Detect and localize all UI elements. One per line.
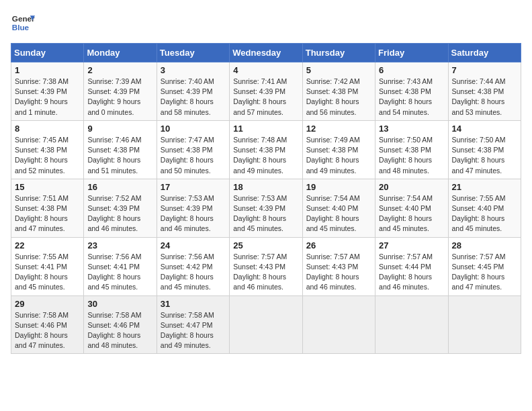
day-info: Sunrise: 7:55 AM Sunset: 4:40 PM Dayligh…: [452, 193, 517, 234]
day-number: 21: [452, 182, 517, 192]
calendar-cell: 1Sunrise: 7:38 AM Sunset: 4:39 PM Daylig…: [11, 62, 84, 121]
day-number: 8: [15, 124, 80, 134]
day-number: 25: [233, 240, 298, 250]
page-header: General Blue: [11, 11, 521, 35]
svg-text:Blue: Blue: [12, 23, 30, 32]
calendar-cell: 26Sunrise: 7:57 AM Sunset: 4:43 PM Dayli…: [302, 237, 375, 295]
day-number: 16: [87, 182, 152, 192]
day-number: 2: [87, 65, 152, 75]
day-number: 10: [161, 124, 226, 134]
calendar-cell: 21Sunrise: 7:55 AM Sunset: 4:40 PM Dayli…: [448, 179, 521, 237]
day-number: 4: [233, 65, 298, 75]
calendar-week-row: 8Sunrise: 7:45 AM Sunset: 4:38 PM Daylig…: [11, 120, 521, 179]
day-number: 5: [306, 65, 371, 75]
logo-icon: General Blue: [11, 11, 35, 35]
day-info: Sunrise: 7:45 AM Sunset: 4:38 PM Dayligh…: [15, 135, 80, 176]
day-number: 1: [15, 65, 80, 75]
day-number: 20: [379, 182, 444, 192]
calendar-cell: 29Sunrise: 7:58 AM Sunset: 4:46 PM Dayli…: [11, 295, 84, 354]
day-number: 9: [87, 124, 152, 134]
day-info: Sunrise: 7:53 AM Sunset: 4:39 PM Dayligh…: [161, 193, 226, 234]
day-info: Sunrise: 7:39 AM Sunset: 4:39 PM Dayligh…: [87, 77, 152, 118]
calendar-cell: 7Sunrise: 7:44 AM Sunset: 4:38 PM Daylig…: [448, 62, 521, 121]
day-info: Sunrise: 7:43 AM Sunset: 4:38 PM Dayligh…: [379, 77, 444, 118]
day-info: Sunrise: 7:57 AM Sunset: 4:44 PM Dayligh…: [379, 252, 444, 293]
day-info: Sunrise: 7:42 AM Sunset: 4:38 PM Dayligh…: [306, 77, 371, 118]
calendar-cell: 20Sunrise: 7:54 AM Sunset: 4:40 PM Dayli…: [375, 179, 448, 237]
calendar-week-row: 15Sunrise: 7:51 AM Sunset: 4:38 PM Dayli…: [11, 179, 521, 237]
day-info: Sunrise: 7:47 AM Sunset: 4:38 PM Dayligh…: [161, 135, 226, 176]
day-info: Sunrise: 7:53 AM Sunset: 4:39 PM Dayligh…: [233, 193, 298, 234]
logo: General Blue: [11, 11, 35, 35]
day-number: 3: [161, 65, 226, 75]
day-info: Sunrise: 7:55 AM Sunset: 4:41 PM Dayligh…: [15, 252, 80, 293]
day-number: 28: [452, 240, 517, 250]
day-info: Sunrise: 7:49 AM Sunset: 4:38 PM Dayligh…: [306, 135, 371, 176]
calendar-table: SundayMondayTuesdayWednesdayThursdayFrid…: [11, 43, 521, 354]
day-info: Sunrise: 7:41 AM Sunset: 4:39 PM Dayligh…: [233, 77, 298, 118]
day-number: 7: [452, 65, 517, 75]
day-info: Sunrise: 7:57 AM Sunset: 4:45 PM Dayligh…: [452, 252, 517, 293]
day-info: Sunrise: 7:57 AM Sunset: 4:43 PM Dayligh…: [233, 252, 298, 293]
calendar-header: SundayMondayTuesdayWednesdayThursdayFrid…: [11, 44, 521, 62]
calendar-week-row: 1Sunrise: 7:38 AM Sunset: 4:39 PM Daylig…: [11, 62, 521, 121]
calendar-cell: 18Sunrise: 7:53 AM Sunset: 4:39 PM Dayli…: [230, 179, 302, 237]
day-number: 24: [161, 240, 226, 250]
calendar-cell: 23Sunrise: 7:56 AM Sunset: 4:41 PM Dayli…: [84, 237, 157, 295]
calendar-cell: 17Sunrise: 7:53 AM Sunset: 4:39 PM Dayli…: [157, 179, 229, 237]
calendar-cell: 31Sunrise: 7:58 AM Sunset: 4:47 PM Dayli…: [157, 295, 229, 354]
svg-text:General: General: [12, 14, 35, 23]
day-info: Sunrise: 7:44 AM Sunset: 4:38 PM Dayligh…: [452, 77, 517, 118]
calendar-cell: 10Sunrise: 7:47 AM Sunset: 4:38 PM Dayli…: [157, 120, 229, 179]
calendar-cell: 4Sunrise: 7:41 AM Sunset: 4:39 PM Daylig…: [230, 62, 302, 121]
day-number: 14: [452, 124, 517, 134]
day-number: 12: [306, 124, 371, 134]
calendar-cell: 11Sunrise: 7:48 AM Sunset: 4:38 PM Dayli…: [230, 120, 302, 179]
calendar-cell: 30Sunrise: 7:58 AM Sunset: 4:46 PM Dayli…: [84, 295, 157, 354]
day-info: Sunrise: 7:54 AM Sunset: 4:40 PM Dayligh…: [379, 193, 444, 234]
day-info: Sunrise: 7:51 AM Sunset: 4:38 PM Dayligh…: [15, 193, 80, 234]
calendar-cell: 24Sunrise: 7:56 AM Sunset: 4:42 PM Dayli…: [157, 237, 229, 295]
weekday-header-sunday: Sunday: [11, 44, 84, 62]
calendar-cell: [230, 295, 302, 354]
day-number: 29: [15, 299, 80, 309]
day-number: 6: [379, 65, 444, 75]
calendar-cell: 16Sunrise: 7:52 AM Sunset: 4:39 PM Dayli…: [84, 179, 157, 237]
day-info: Sunrise: 7:46 AM Sunset: 4:38 PM Dayligh…: [87, 135, 152, 176]
calendar-cell: 13Sunrise: 7:50 AM Sunset: 4:38 PM Dayli…: [375, 120, 448, 179]
calendar-cell: 12Sunrise: 7:49 AM Sunset: 4:38 PM Dayli…: [302, 120, 375, 179]
day-number: 11: [233, 124, 298, 134]
weekday-header-saturday: Saturday: [448, 44, 521, 62]
day-info: Sunrise: 7:58 AM Sunset: 4:46 PM Dayligh…: [87, 310, 152, 351]
day-number: 19: [306, 182, 371, 192]
day-info: Sunrise: 7:54 AM Sunset: 4:40 PM Dayligh…: [306, 193, 371, 234]
weekday-header-thursday: Thursday: [302, 44, 375, 62]
calendar-cell: 19Sunrise: 7:54 AM Sunset: 4:40 PM Dayli…: [302, 179, 375, 237]
day-number: 27: [379, 240, 444, 250]
day-info: Sunrise: 7:58 AM Sunset: 4:47 PM Dayligh…: [161, 310, 226, 351]
day-info: Sunrise: 7:38 AM Sunset: 4:39 PM Dayligh…: [15, 77, 80, 118]
calendar-cell: [375, 295, 448, 354]
calendar-cell: 14Sunrise: 7:50 AM Sunset: 4:38 PM Dayli…: [448, 120, 521, 179]
day-info: Sunrise: 7:56 AM Sunset: 4:42 PM Dayligh…: [161, 252, 226, 293]
calendar-cell: 28Sunrise: 7:57 AM Sunset: 4:45 PM Dayli…: [448, 237, 521, 295]
calendar-cell: 22Sunrise: 7:55 AM Sunset: 4:41 PM Dayli…: [11, 237, 84, 295]
day-number: 17: [161, 182, 226, 192]
weekday-header-monday: Monday: [84, 44, 157, 62]
day-number: 18: [233, 182, 298, 192]
weekday-header-wednesday: Wednesday: [230, 44, 302, 62]
calendar-cell: 5Sunrise: 7:42 AM Sunset: 4:38 PM Daylig…: [302, 62, 375, 121]
day-number: 13: [379, 124, 444, 134]
day-number: 23: [87, 240, 152, 250]
calendar-cell: 27Sunrise: 7:57 AM Sunset: 4:44 PM Dayli…: [375, 237, 448, 295]
weekday-header-friday: Friday: [375, 44, 448, 62]
day-info: Sunrise: 7:48 AM Sunset: 4:38 PM Dayligh…: [233, 135, 298, 176]
day-number: 22: [15, 240, 80, 250]
calendar-week-row: 29Sunrise: 7:58 AM Sunset: 4:46 PM Dayli…: [11, 295, 521, 354]
weekday-header-tuesday: Tuesday: [157, 44, 229, 62]
day-info: Sunrise: 7:50 AM Sunset: 4:38 PM Dayligh…: [452, 135, 517, 176]
day-number: 26: [306, 240, 371, 250]
calendar-cell: 2Sunrise: 7:39 AM Sunset: 4:39 PM Daylig…: [84, 62, 157, 121]
calendar-cell: 6Sunrise: 7:43 AM Sunset: 4:38 PM Daylig…: [375, 62, 448, 121]
day-info: Sunrise: 7:40 AM Sunset: 4:39 PM Dayligh…: [161, 77, 226, 118]
